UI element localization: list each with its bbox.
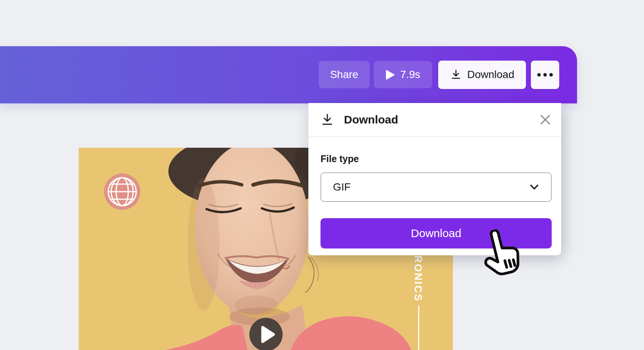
more-icon — [537, 73, 553, 77]
play-circle-icon — [249, 318, 283, 350]
close-button[interactable] — [540, 114, 551, 125]
download-submit-button[interactable]: Download — [320, 218, 552, 248]
file-type-label: File type — [320, 153, 552, 164]
globe-badge-icon — [104, 173, 140, 210]
share-button-label: Share — [330, 69, 358, 81]
hair-strands — [305, 256, 319, 293]
download-icon — [320, 113, 334, 127]
download-icon — [450, 69, 462, 81]
chevron-down-icon — [529, 183, 540, 192]
neck-and-shoulders — [165, 305, 411, 350]
file-type-select[interactable]: GIF — [320, 172, 552, 202]
dialog-header: Download — [308, 103, 561, 136]
download-menu-button[interactable]: Download — [438, 61, 526, 89]
page: RONICS Share 7.9s Download — [0, 0, 644, 350]
download-dialog: Download File type GIF — [308, 103, 561, 255]
close-icon — [540, 114, 551, 125]
more-options-button[interactable] — [531, 61, 559, 89]
file-type-value: GIF — [333, 181, 351, 193]
play-preview-button[interactable]: 7.9s — [374, 61, 432, 88]
dialog-body: File type GIF Download — [308, 153, 561, 248]
toolbar: Share 7.9s Download — [319, 60, 559, 89]
dialog-divider — [308, 136, 561, 137]
share-button[interactable]: Share — [319, 61, 370, 88]
download-button-label: Download — [467, 69, 515, 81]
dialog-title: Download — [344, 113, 398, 126]
canvas-vertical-text: RONICS — [412, 255, 424, 302]
video-play-button[interactable] — [249, 318, 283, 350]
play-icon — [386, 70, 395, 80]
duration-label: 7.9s — [400, 69, 420, 81]
canvas-divider-line — [418, 306, 419, 350]
